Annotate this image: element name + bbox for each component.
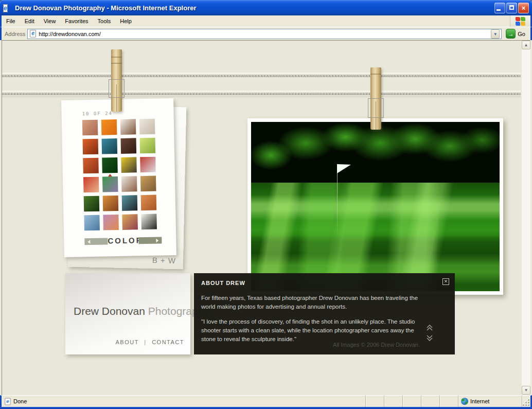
close-button[interactable]: × xyxy=(518,3,529,13)
thumbnail-arms-raised-silhouette[interactable] xyxy=(141,214,157,230)
about-scroll-controls xyxy=(426,325,434,345)
thumbnail-desert-truck[interactable] xyxy=(103,195,119,211)
hero-photo-card xyxy=(247,118,503,295)
zone-label: Internet xyxy=(470,398,489,404)
menu-item-file[interactable]: File xyxy=(2,16,20,26)
thumbnail-lips-closeup[interactable] xyxy=(82,120,98,136)
menu-bar-items: FileEditViewFavoritesToolsHelp xyxy=(2,15,510,27)
flag-pole xyxy=(337,169,338,232)
thumbnail-climber-green-purple[interactable] xyxy=(102,176,118,192)
status-bar: e Done Internet xyxy=(0,395,532,407)
clothesline-wire-bottom xyxy=(2,91,521,98)
about-close-icon[interactable]: ✕ xyxy=(442,278,449,285)
address-input[interactable]: e http://drewdonovan.com/ ▼ xyxy=(27,29,502,39)
thumbnail-yellow-hardhat-man[interactable] xyxy=(121,157,137,173)
address-dropdown-button[interactable]: ▼ xyxy=(491,29,500,39)
title-bar[interactable]: e Drew Donovan Photography - Microsoft I… xyxy=(0,0,532,15)
thumbnail-purple-orange-dune[interactable] xyxy=(103,215,119,230)
clothespin-right xyxy=(367,67,384,130)
page-content: B + W 10 OF 24 COLOR xyxy=(2,41,521,395)
thumbnail-red-shirt-man[interactable] xyxy=(83,177,99,193)
minimize-button[interactable] xyxy=(494,3,505,13)
status-pane xyxy=(366,396,384,407)
menu-item-favorites[interactable]: Favorites xyxy=(60,16,93,26)
about-panel: ABOUT DREW ✕ For fifteen years, Texas ba… xyxy=(194,273,455,354)
go-button[interactable]: → Go xyxy=(504,29,527,39)
scroll-down-icon[interactable] xyxy=(426,335,433,341)
scroll-up-button[interactable]: ▲ xyxy=(522,41,530,49)
logo-nav: ABOUT | CONTACT xyxy=(115,339,184,345)
status-pane xyxy=(440,396,458,407)
status-message: Done xyxy=(13,398,27,404)
status-pane xyxy=(384,396,403,407)
menu-item-view[interactable]: View xyxy=(39,16,61,26)
golf-flag xyxy=(337,164,351,173)
prev-category-button[interactable] xyxy=(84,238,108,245)
address-bar: Address e http://drewdonovan.com/ ▼ → Go xyxy=(0,27,532,40)
clothesline-wire-top xyxy=(2,73,521,80)
status-pane xyxy=(421,396,440,407)
menu-bar: FileEditViewFavoritesToolsHelp xyxy=(0,15,532,27)
thumbnail-orange-worker[interactable] xyxy=(83,139,99,155)
about-link[interactable]: ABOUT xyxy=(115,339,138,345)
security-zone-pane: Internet xyxy=(458,396,522,407)
contact-link[interactable]: CONTACT xyxy=(152,339,184,345)
internet-globe-icon xyxy=(461,398,468,405)
clothespin-left xyxy=(108,49,126,112)
ie-page-icon: e xyxy=(3,3,12,12)
ie-status-icon: e xyxy=(5,398,10,405)
thumbnail-stretching-torso[interactable] xyxy=(121,176,137,192)
thumbnail-smiling-face[interactable] xyxy=(121,138,137,154)
menu-item-tools[interactable]: Tools xyxy=(93,16,116,26)
status-message-pane: e Done xyxy=(2,396,366,407)
thumbnail-grid xyxy=(82,119,158,231)
address-label: Address xyxy=(5,31,25,37)
windows-flag-icon xyxy=(516,17,525,26)
color-gallery-card: 10 OF 24 COLOR xyxy=(61,98,176,257)
window-title: Drew Donovan Photography - Microsoft Int… xyxy=(15,4,494,12)
thumbnail-colorful-torso[interactable] xyxy=(122,214,138,230)
about-panel-title: ABOUT DREW xyxy=(201,280,245,286)
scroll-up-icon[interactable] xyxy=(426,325,433,331)
thumbnail-orange-detail[interactable] xyxy=(141,195,157,211)
thumbnail-red-hat-man[interactable] xyxy=(83,158,99,174)
thumbnail-green-hillside[interactable] xyxy=(84,196,100,212)
go-arrow-icon: → xyxy=(506,29,516,39)
thumbnail-red-white-architecture[interactable] xyxy=(140,157,156,173)
site-logo: Drew Donovan Photography xyxy=(74,305,209,317)
hero-photo-golf-course xyxy=(251,122,500,291)
resize-grip[interactable] xyxy=(522,396,530,407)
thumbnail-figure-on-teal[interactable] xyxy=(122,195,138,211)
window-border xyxy=(0,407,532,409)
address-url[interactable]: http://drewdonovan.com/ xyxy=(39,31,489,37)
thumbnail-bride-in-white[interactable] xyxy=(139,119,155,135)
maximize-button[interactable] xyxy=(506,3,517,13)
windows-logo xyxy=(510,15,530,27)
next-category-button[interactable] xyxy=(138,237,162,244)
browser-viewport: B + W 10 OF 24 COLOR xyxy=(2,40,530,395)
bw-category-label[interactable]: B + W xyxy=(152,256,176,265)
thumbnail-teal-abstract-figure[interactable] xyxy=(102,138,118,154)
thumbnail-water-tower-sky[interactable] xyxy=(84,215,100,231)
category-nav: COLOR xyxy=(84,236,162,245)
thumbnail-wooden-beams[interactable] xyxy=(140,176,156,192)
status-pane xyxy=(403,396,421,407)
thumbnail-man-leaning[interactable] xyxy=(120,119,136,135)
thumbnail-golf-flag-night[interactable] xyxy=(102,157,118,173)
scroll-down-button[interactable]: ▼ xyxy=(522,386,530,395)
thumbnail-green-glass-lines[interactable] xyxy=(140,138,156,154)
about-text: For fifteen years, Texas based photograp… xyxy=(201,294,421,344)
browser-window: e Drew Donovan Photography - Microsoft I… xyxy=(0,0,532,409)
menu-item-help[interactable]: Help xyxy=(115,16,136,26)
menu-item-edit[interactable]: Edit xyxy=(20,16,39,26)
logo-card: Drew Donovan Photography ABOUT | CONTACT xyxy=(65,273,190,354)
category-label: COLOR xyxy=(108,236,138,245)
ie-favicon: e xyxy=(30,30,36,37)
vertical-scrollbar[interactable]: ▲ ▼ xyxy=(522,41,530,395)
copyright-notice: All Images © 2006 Drew Donovan. xyxy=(333,342,420,348)
thumbnail-orange-suit[interactable] xyxy=(101,119,117,135)
